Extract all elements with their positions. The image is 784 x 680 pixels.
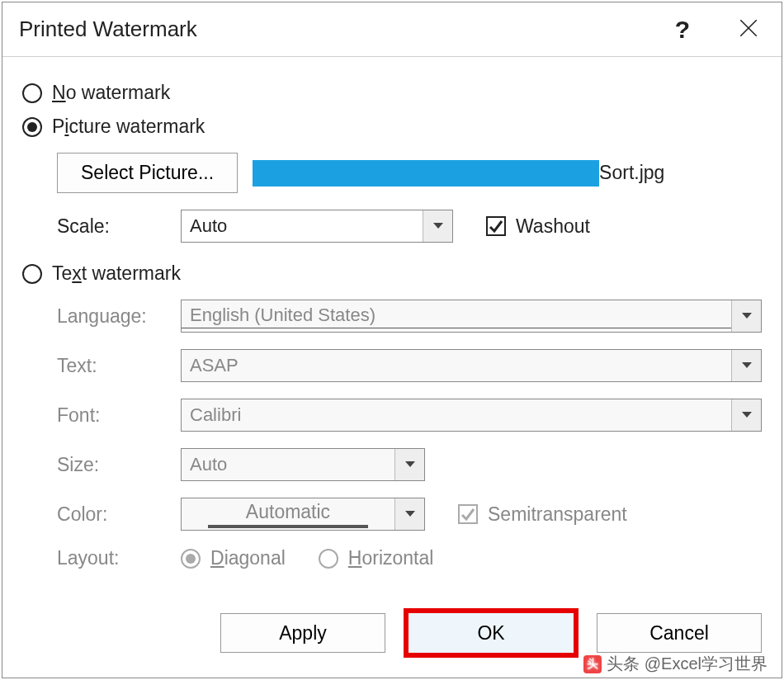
redacted-path [253, 160, 599, 187]
radio-icon [22, 117, 42, 137]
dialog-title: Printed Watermark [19, 17, 649, 42]
layout-options: Diagonal Horizontal [181, 547, 433, 569]
text-value: ASAP [182, 355, 731, 376]
scale-combo[interactable]: Auto [181, 210, 453, 243]
text-watermark-label: Text watermark [52, 262, 181, 285]
attribution-watermark: 头 头条 @Excel学习世界 [583, 653, 767, 675]
language-combo: English (United States) [181, 300, 762, 333]
language-label: Language: [57, 305, 181, 328]
layout-horizontal-label: Horizontal [348, 547, 434, 569]
size-value: Auto [182, 454, 394, 475]
picture-watermark-label: Picture watermark [52, 116, 205, 138]
size-combo: Auto [181, 448, 425, 481]
semitransparent-label: Semitransparent [488, 503, 627, 526]
toutiao-icon: 头 [583, 655, 602, 673]
chevron-down-icon [394, 449, 424, 480]
ok-button[interactable]: OK [404, 608, 579, 658]
color-value: Automatic [182, 501, 394, 528]
apply-button[interactable]: Apply [220, 613, 385, 653]
no-watermark-label: No watermark [52, 82, 170, 104]
washout-label: Washout [516, 215, 590, 238]
radio-icon [22, 264, 42, 284]
picture-watermark-form: Select Picture... Sort.jpg Scale: Auto W… [57, 153, 762, 243]
close-icon [738, 17, 759, 42]
checkbox-icon [486, 216, 506, 236]
chevron-down-icon [731, 300, 761, 332]
radio-icon [319, 549, 338, 569]
layout-diagonal-option: Diagonal [181, 547, 286, 569]
chevron-down-icon [394, 498, 424, 530]
dialog-body: No watermark Picture watermark Select Pi… [2, 57, 782, 608]
layout-label: Layout: [57, 547, 181, 569]
picture-watermark-option[interactable]: Picture watermark [22, 116, 762, 138]
color-label: Color: [57, 503, 181, 526]
close-button[interactable] [716, 2, 782, 57]
picture-path: Sort.jpg [253, 160, 664, 187]
radio-icon [181, 549, 201, 569]
size-label: Size: [57, 454, 181, 476]
language-value: English (United States) [182, 305, 731, 328]
picture-filename: Sort.jpg [599, 162, 664, 184]
layout-horizontal-option: Horizontal [319, 547, 434, 569]
color-combo: Automatic [181, 498, 425, 531]
radio-icon [22, 83, 42, 103]
font-value: Calibri [182, 404, 731, 426]
printed-watermark-dialog: Printed Watermark ? No watermark Picture… [2, 2, 782, 678]
text-label: Text: [57, 355, 181, 377]
text-combo: ASAP [181, 349, 762, 382]
chevron-down-icon [731, 350, 761, 381]
cancel-button[interactable]: Cancel [597, 613, 762, 653]
text-watermark-form: Language: English (United States) Text: … [57, 300, 762, 569]
scale-value: Auto [182, 215, 423, 237]
chevron-down-icon [731, 399, 761, 431]
attribution-text: 头条 @Excel学习世界 [607, 653, 767, 675]
select-picture-button[interactable]: Select Picture... [57, 153, 238, 193]
text-watermark-option[interactable]: Text watermark [22, 262, 762, 285]
font-combo: Calibri [181, 399, 762, 432]
semitransparent-checkbox: Semitransparent [458, 503, 627, 526]
no-watermark-option[interactable]: No watermark [22, 82, 762, 104]
washout-checkbox[interactable]: Washout [486, 215, 590, 238]
help-icon: ? [675, 16, 690, 44]
checkbox-icon [458, 504, 478, 524]
scale-label: Scale: [57, 215, 181, 238]
help-button[interactable]: ? [649, 2, 716, 57]
layout-diagonal-label: Diagonal [210, 547, 286, 569]
chevron-down-icon [423, 210, 452, 242]
titlebar: Printed Watermark ? [2, 2, 782, 57]
font-label: Font: [57, 404, 181, 427]
